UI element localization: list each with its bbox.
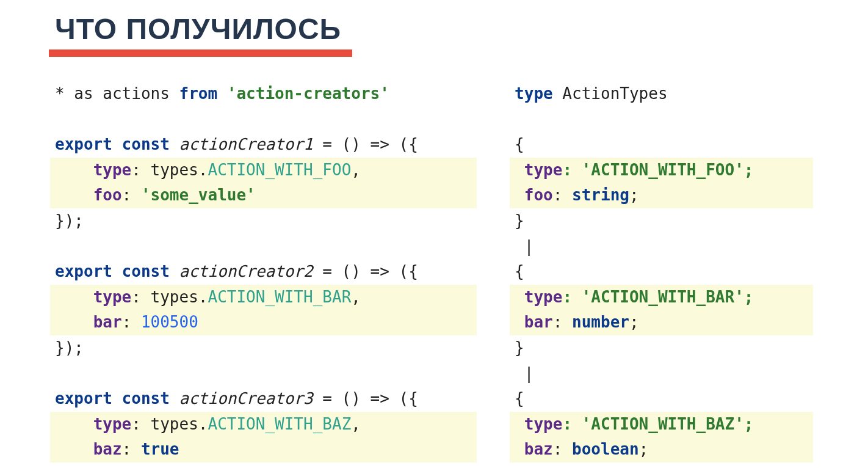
t2-highlight: type: 'ACTION_WITH_BAR'; bar: number;	[510, 285, 813, 335]
fn2-payload-prop: bar	[93, 313, 122, 331]
t3-payload-sep: :	[553, 440, 572, 458]
t2-payload-type: number	[572, 313, 629, 331]
t2-close: }	[515, 338, 524, 357]
fn1-export: export	[55, 135, 112, 153]
t2-payload-sep: :	[553, 313, 572, 331]
fn3-type-prop: type	[93, 415, 132, 433]
fn3-arrow: = () => ({	[313, 389, 418, 408]
fn2-payload-colon: :	[122, 313, 141, 331]
fn2-name: actionCreator2	[170, 262, 313, 280]
fn1-name: actionCreator1	[170, 135, 313, 153]
import-star: * as actions	[55, 84, 179, 103]
t3-open: {	[515, 389, 524, 408]
fn1-payload-prop: foo	[93, 186, 122, 204]
fn1-comma: ,	[351, 161, 361, 179]
t2-type-prop: type	[524, 288, 563, 306]
fn3-types-prefix: : types.	[131, 415, 208, 433]
fn3-const: const	[112, 389, 170, 408]
t1-payload-sep: :	[553, 186, 572, 204]
fn2-const: const	[112, 262, 170, 280]
t1-payload-prop: foo	[524, 186, 553, 204]
fn3-export: export	[55, 389, 112, 408]
import-module: 'action-creators'	[217, 84, 389, 103]
t2-payload-end: ;	[629, 313, 639, 331]
pipe2: |	[515, 364, 533, 382]
fn2-body-highlight: type: types.ACTION_WITH_BAR, bar: 100500	[50, 285, 477, 335]
t1-open: {	[515, 135, 524, 153]
fn2-payload-val: 100500	[141, 313, 198, 331]
code-left: * as actions from 'action-creators' expo…	[55, 81, 472, 468]
t2-open: {	[515, 262, 524, 280]
fn2-close: });	[55, 338, 84, 357]
type-name: ActionTypes	[553, 84, 668, 103]
from-keyword: from	[179, 84, 218, 103]
code-right: type ActionTypes { type: 'ACTION_WITH_FO…	[515, 81, 813, 468]
fn3-payload-val: true	[141, 440, 179, 458]
fn2-types-prefix: : types.	[131, 288, 208, 306]
fn3-type-val: ACTION_WITH_BAZ	[208, 415, 351, 433]
fn2-type-prop: type	[93, 288, 132, 306]
type-keyword: type	[515, 84, 553, 103]
t1-payload-type: string	[572, 186, 629, 204]
t1-highlight: type: 'ACTION_WITH_FOO'; foo: string;	[510, 158, 813, 208]
slide-title: ЧТО ПОЛУЧИЛОСЬ	[55, 12, 341, 46]
fn3-name: actionCreator3	[170, 389, 313, 408]
t1-payload-end: ;	[629, 186, 639, 204]
t1-type-prop: type	[524, 161, 563, 179]
fn1-payload-colon: :	[122, 186, 141, 204]
slide: ЧТО ПОЛУЧИЛОСЬ * as actions from 'action…	[0, 0, 868, 468]
fn3-payload-colon: :	[122, 440, 141, 458]
t1-close: }	[515, 211, 524, 230]
t3-highlight: type: 'ACTION_WITH_BAZ'; baz: boolean;	[510, 412, 813, 463]
fn3-close: });	[55, 466, 84, 468]
fn1-const: const	[112, 135, 170, 153]
t3-payload-prop: baz	[524, 440, 553, 458]
t2-type-val: : 'ACTION_WITH_BAR';	[562, 288, 753, 306]
t3-type-val: : 'ACTION_WITH_BAZ';	[562, 415, 753, 433]
columns: * as actions from 'action-creators' expo…	[55, 81, 813, 468]
t3-close: }	[515, 466, 524, 468]
fn1-arrow: = () => ({	[313, 135, 418, 153]
fn1-type-prop: type	[93, 161, 132, 179]
fn1-type-val: ACTION_WITH_FOO	[208, 161, 351, 179]
title-underline: ЧТО ПОЛУЧИЛОСЬ	[49, 12, 352, 57]
fn2-export: export	[55, 262, 112, 280]
fn3-body-highlight: type: types.ACTION_WITH_BAZ, baz: true	[50, 412, 477, 463]
fn2-type-val: ACTION_WITH_BAR	[208, 288, 351, 306]
fn1-body-highlight: type: types.ACTION_WITH_FOO, foo: 'some_…	[50, 158, 477, 208]
fn2-comma: ,	[351, 288, 361, 306]
t1-type-val: : 'ACTION_WITH_FOO';	[562, 161, 753, 179]
t3-type-prop: type	[524, 415, 563, 433]
t3-payload-end: ;	[639, 440, 649, 458]
fn1-types-prefix: : types.	[131, 161, 208, 179]
fn3-comma: ,	[351, 415, 361, 433]
fn1-payload-val: 'some_value'	[141, 186, 256, 204]
fn1-close: });	[55, 211, 84, 230]
fn2-arrow: = () => ({	[313, 262, 418, 280]
fn3-payload-prop: baz	[93, 440, 122, 458]
t3-payload-type: boolean	[572, 440, 639, 458]
pipe1: |	[515, 237, 533, 255]
t2-payload-prop: bar	[524, 313, 553, 331]
